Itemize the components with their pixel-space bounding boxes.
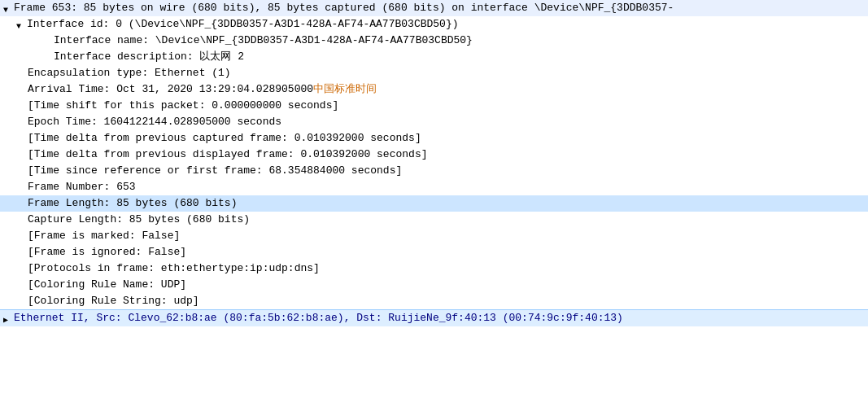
frame-number-row[interactable]: Frame Number: 653 <box>0 179 868 195</box>
time-delta-captured-text: [Time delta from previous captured frame… <box>28 131 421 146</box>
expander-interface[interactable]: ▼ <box>16 20 26 29</box>
time-shift-row[interactable]: [Time shift for this packet: 0.000000000… <box>0 98 868 114</box>
time-shift-text: [Time shift for this packet: 0.000000000… <box>28 98 338 113</box>
interface-name-row[interactable]: Interface name: \Device\NPF_{3DDB0357-A3… <box>0 33 868 49</box>
ethernet-ii-row[interactable]: ▶ Ethernet II, Src: Clevo_62:b8:ae (80:f… <box>0 309 868 326</box>
interface-desc-row[interactable]: Interface description: 以太网 2 <box>0 49 868 65</box>
epoch-time-row[interactable]: Epoch Time: 1604122144.028905000 seconds <box>0 114 868 130</box>
frame-top-row[interactable]: ▼ Frame 653: 85 bytes on wire (680 bits)… <box>0 0 868 16</box>
time-delta-captured-row[interactable]: [Time delta from previous captured frame… <box>0 130 868 147</box>
epoch-time-text: Epoch Time: 1604122144.028905000 seconds <box>28 115 281 129</box>
protocols-row[interactable]: [Protocols in frame: eth:ethertype:ip:ud… <box>0 260 868 277</box>
interface-id-row[interactable]: ▼ Interface id: 0 (\Device\NPF_{3DDB0357… <box>0 16 868 33</box>
capture-length-text: Capture Length: 85 bytes (680 bits) <box>28 212 250 227</box>
frame-number-text: Frame Number: 653 <box>28 180 136 195</box>
frame-length-text: Frame Length: 85 bytes (680 bits) <box>28 196 237 211</box>
frame-marked-row[interactable]: [Frame is marked: False] <box>0 228 868 244</box>
interface-desc-text: Interface description: 以太网 2 <box>54 50 244 64</box>
ethernet-ii-text: Ethernet II, Src: Clevo_62:b8:ae (80:fa:… <box>14 311 623 326</box>
coloring-rule-name-row[interactable]: [Coloring Rule Name: UDP] <box>0 277 868 293</box>
frame-length-row[interactable]: Frame Length: 85 bytes (680 bits) <box>0 195 868 212</box>
capture-length-row[interactable]: Capture Length: 85 bytes (680 bits) <box>0 212 868 228</box>
frame-top-text: Frame 653: 85 bytes on wire (680 bits), … <box>14 1 674 15</box>
encap-type-text: Encapsulation type: Ethernet (1) <box>28 66 231 81</box>
expander-frame[interactable]: ▼ <box>3 3 13 13</box>
time-delta-displayed-row[interactable]: [Time delta from previous displayed fram… <box>0 147 868 163</box>
interface-id-text: Interface id: 0 (\Device\NPF_{3DDB0357-A… <box>27 17 459 32</box>
time-since-ref-text: [Time since reference or first frame: 68… <box>28 164 402 178</box>
coloring-rule-string-row[interactable]: [Coloring Rule String: udp] <box>0 293 868 309</box>
arrival-time-text: Arrival Time: Oct 31, 2020 13:29:04.0289… <box>28 82 313 97</box>
arrival-time-row[interactable]: Arrival Time: Oct 31, 2020 13:29:04.0289… <box>0 81 868 98</box>
protocols-text: [Protocols in frame: eth:ethertype:ip:ud… <box>28 261 320 276</box>
frame-ignored-text: [Frame is ignored: False] <box>28 245 186 260</box>
packet-tree[interactable]: ▼ Frame 653: 85 bytes on wire (680 bits)… <box>0 0 868 407</box>
coloring-rule-string-text: [Coloring Rule String: udp] <box>28 294 199 309</box>
frame-ignored-row[interactable]: [Frame is ignored: False] <box>0 244 868 260</box>
interface-name-text: Interface name: \Device\NPF_{3DDB0357-A3… <box>54 33 473 48</box>
expander-ethernet[interactable]: ▶ <box>3 313 13 323</box>
frame-marked-text: [Frame is marked: False] <box>28 229 180 243</box>
time-since-ref-row[interactable]: [Time since reference or first frame: 68… <box>0 163 868 179</box>
time-delta-displayed-text: [Time delta from previous displayed fram… <box>28 147 427 162</box>
coloring-rule-name-text: [Coloring Rule Name: UDP] <box>28 278 186 292</box>
chinese-time-text: 中国标准时间 <box>313 82 377 97</box>
encap-type-row[interactable]: Encapsulation type: Ethernet (1) <box>0 65 868 81</box>
